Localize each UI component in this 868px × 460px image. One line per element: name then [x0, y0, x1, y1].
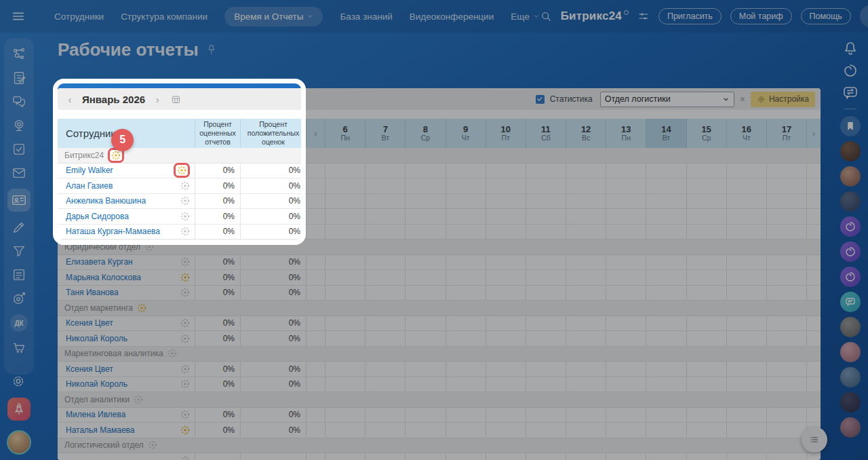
grid-end-cell: [807, 164, 821, 178]
report-status-icon[interactable]: [180, 364, 190, 374]
nav-item-link[interactable]: Видеоконференции: [410, 12, 494, 22]
chat-avatar[interactable]: [840, 392, 861, 413]
department-status-icon[interactable]: [111, 151, 121, 160]
chat-sync-icon[interactable]: [842, 84, 859, 102]
chat-avatar[interactable]: [840, 141, 861, 161]
report-status-icon[interactable]: [177, 166, 186, 175]
nav-item-active[interactable]: Время и Отчеты: [224, 7, 323, 26]
department-select[interactable]: Отдел логистики: [600, 92, 734, 107]
pct-positive-column-header: Процент положительных оценок: [241, 119, 307, 148]
news-icon[interactable]: [11, 267, 27, 283]
day-cell-10: [486, 362, 526, 377]
group-chat-icon[interactable]: [840, 292, 861, 312]
messenger-icon[interactable]: [11, 94, 27, 110]
settings-button[interactable]: Настройка: [751, 92, 815, 107]
department-status-icon[interactable]: [137, 303, 146, 313]
employee-name-link[interactable]: Дарья Сидорова: [66, 212, 129, 221]
report-status-icon[interactable]: [180, 425, 190, 435]
day-cell-7: [366, 423, 406, 438]
report-status-icon[interactable]: [180, 257, 190, 267]
department-status-icon[interactable]: [167, 349, 177, 358]
pulse-feed-icon[interactable]: [11, 46, 27, 62]
report-status-icon[interactable]: [180, 410, 190, 419]
department-status-icon[interactable]: [144, 242, 154, 252]
copilot-chat-icon[interactable]: [840, 216, 861, 237]
notifications-bell-icon[interactable]: [842, 39, 859, 57]
employee-name-link[interactable]: Анжелика Ванюшина: [66, 196, 146, 206]
employee-name-link[interactable]: Милена Ивлева: [66, 410, 125, 419]
employee-name-link[interactable]: Марьяна Колоскова: [66, 273, 141, 282]
employee-name-link[interactable]: Ксения Цвет: [66, 364, 113, 374]
employee-name-link[interactable]: Николай Король: [66, 379, 127, 389]
chat-avatar[interactable]: [840, 317, 861, 337]
employee-name-link[interactable]: Наташа Курган-Мамаева: [66, 227, 160, 236]
department-status-icon[interactable]: [134, 395, 143, 404]
day-cell-15: [687, 270, 727, 285]
sliders-icon[interactable]: [637, 10, 650, 22]
chat-avatar[interactable]: [840, 342, 861, 362]
copilot-chat-icon[interactable]: [840, 267, 861, 287]
report-status-icon[interactable]: [180, 181, 190, 191]
employee-name-link[interactable]: Emily Walker: [66, 166, 113, 175]
nav-item-link[interactable]: Сотрудники: [54, 12, 104, 22]
employee-name-link[interactable]: Наталья Мамаева: [66, 425, 135, 435]
report-doc-icon[interactable]: [11, 70, 27, 86]
video-hub-icon[interactable]: [11, 117, 27, 134]
bookmark-icon[interactable]: [840, 116, 861, 136]
worktime-widget[interactable]: 14:48: [860, 5, 868, 28]
report-status-icon[interactable]: [180, 273, 190, 282]
nav-item-link[interactable]: Еще: [511, 12, 539, 22]
mail-icon[interactable]: [11, 165, 27, 181]
marketing-icon[interactable]: [11, 290, 27, 307]
prev-days-chevron[interactable]: ‹: [307, 119, 326, 148]
chat-avatar[interactable]: [840, 191, 861, 212]
report-status-icon[interactable]: [180, 196, 190, 206]
employee-name-link[interactable]: Николай Король: [66, 334, 127, 343]
report-status-icon[interactable]: [180, 334, 190, 343]
copilot-icon[interactable]: [842, 62, 859, 79]
day-cell-17: [767, 255, 807, 270]
statistics-checkbox[interactable]: [536, 95, 545, 104]
employee-name-link[interactable]: Алан Газиев: [66, 181, 113, 191]
employee-row: Таня Иванова0%0%: [58, 286, 821, 301]
settings-gear-icon[interactable]: [11, 374, 26, 389]
menu-icon[interactable]: [11, 9, 26, 24]
sign-icon[interactable]: [11, 219, 27, 235]
nav-item-link[interactable]: База знаний: [340, 12, 392, 22]
help-button[interactable]: Помощь: [801, 8, 851, 24]
rocket-icon[interactable]: [7, 398, 31, 421]
nav-item-link[interactable]: Структура компании: [121, 12, 208, 22]
tasks-icon[interactable]: [11, 141, 27, 157]
employee-name-link[interactable]: Елизавета Курган: [66, 257, 133, 267]
profile-avatar[interactable]: [7, 430, 31, 455]
dk-badge[interactable]: ДК: [10, 314, 28, 332]
employee-name-link[interactable]: Ксения Цвет: [66, 318, 113, 328]
department-status-icon[interactable]: [148, 440, 157, 450]
chat-avatar[interactable]: [840, 367, 861, 387]
report-status-icon[interactable]: [180, 379, 190, 389]
search-icon[interactable]: [540, 10, 552, 22]
crm-icon[interactable]: [11, 243, 27, 259]
chat-avatar[interactable]: [840, 166, 861, 187]
pin-icon[interactable]: [205, 44, 217, 56]
day-cell-10: [486, 331, 526, 346]
copilot-chat-icon[interactable]: [840, 242, 861, 262]
employees-icon[interactable]: [7, 189, 31, 212]
my-plan-button[interactable]: Мой тариф: [730, 8, 792, 24]
next-month-chevron[interactable]: ›: [152, 94, 163, 105]
employee-name-link[interactable]: Таня Иванова: [66, 288, 119, 297]
report-status-icon[interactable]: [180, 288, 190, 297]
report-status-icon[interactable]: [180, 212, 190, 221]
pct-positive-cell: 0%: [241, 270, 307, 285]
chat-avatar[interactable]: [840, 417, 861, 438]
prev-month-chevron[interactable]: ‹: [64, 94, 75, 105]
report-status-icon[interactable]: [180, 456, 190, 460]
next-days-chevron[interactable]: ›: [807, 119, 821, 148]
report-status-icon[interactable]: [180, 318, 190, 328]
clear-filter-icon[interactable]: ×: [740, 94, 745, 104]
calendar-grid-icon[interactable]: [171, 94, 181, 104]
market-cart-icon[interactable]: [11, 339, 27, 356]
report-status-icon[interactable]: [180, 227, 190, 236]
invite-button[interactable]: Пригласить: [658, 8, 722, 24]
quick-list-button[interactable]: [802, 427, 827, 453]
